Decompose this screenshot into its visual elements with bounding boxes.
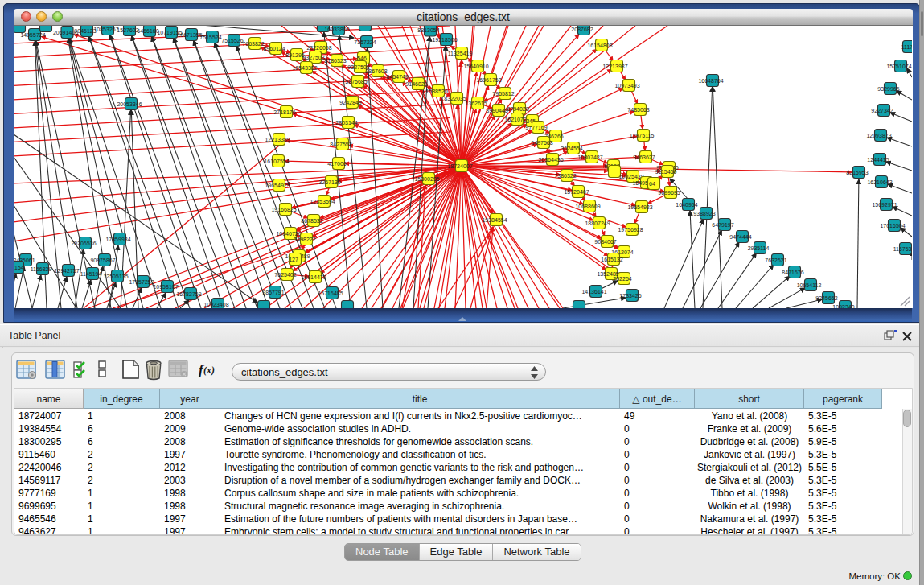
svg-text:10025438: 10025438 xyxy=(618,174,643,179)
svg-text:7625402: 7625402 xyxy=(274,272,296,278)
svg-text:18807249: 18807249 xyxy=(585,220,610,226)
svg-text:20053346: 20053346 xyxy=(117,101,142,107)
svg-text:16648764: 16648764 xyxy=(698,78,723,84)
svg-text:9146821: 9146821 xyxy=(405,81,427,87)
svg-text:6497568: 6497568 xyxy=(531,140,552,146)
svg-text:127: 127 xyxy=(289,257,298,262)
svg-text:8471676: 8471676 xyxy=(782,270,803,275)
svg-text:5875685: 5875685 xyxy=(345,79,367,84)
svg-text:17359934: 17359934 xyxy=(105,237,130,242)
svg-text:7515524: 7515524 xyxy=(199,35,221,40)
svg-text:7386322: 7386322 xyxy=(554,173,576,179)
svg-text:15640910: 15640910 xyxy=(463,64,488,69)
svg-text:16914479: 16914479 xyxy=(301,274,326,280)
svg-text:9245652: 9245652 xyxy=(815,295,837,301)
svg-text:9857791: 9857791 xyxy=(262,290,284,295)
svg-text:10958107: 10958107 xyxy=(153,284,178,290)
svg-text:12213389: 12213389 xyxy=(265,137,290,142)
svg-text:8990448: 8990448 xyxy=(486,108,507,113)
svg-text:2718176: 2718176 xyxy=(273,109,295,115)
svg-text:15300295: 15300295 xyxy=(414,176,439,182)
svg-text:15716485: 15716485 xyxy=(318,290,343,296)
svg-text:2803144: 2803144 xyxy=(335,120,357,126)
svg-text:19654925: 19654925 xyxy=(265,183,290,188)
svg-text:9463627: 9463627 xyxy=(633,154,655,160)
svg-text:10807487: 10807487 xyxy=(577,154,602,160)
svg-text:1167533: 1167533 xyxy=(893,246,912,252)
svg-text:9329966: 9329966 xyxy=(877,86,899,92)
svg-text:1145194: 1145194 xyxy=(80,271,102,277)
svg-text:9227342: 9227342 xyxy=(871,108,893,113)
svg-text:12942757: 12942757 xyxy=(54,268,79,274)
svg-text:3624554: 3624554 xyxy=(561,146,582,151)
svg-text:7485063: 7485063 xyxy=(627,107,649,113)
svg-text:16210643: 16210643 xyxy=(867,179,892,185)
svg-text:3267130: 3267130 xyxy=(318,179,340,185)
svg-text:1244415: 1244415 xyxy=(867,157,889,163)
svg-text:19218506: 19218506 xyxy=(432,37,457,43)
svg-text:20206536: 20206536 xyxy=(71,241,96,246)
svg-text:14136141: 14136141 xyxy=(581,289,606,295)
svg-text:16671355: 16671355 xyxy=(177,32,202,38)
svg-text:12093873: 12093873 xyxy=(866,133,891,138)
svg-text:8322035: 8322035 xyxy=(444,96,466,101)
svg-text:14055724: 14055724 xyxy=(20,32,45,38)
svg-text:8678532: 8678532 xyxy=(301,218,322,224)
svg-text:1640954: 1640954 xyxy=(676,202,697,208)
svg-text:7955812: 7955812 xyxy=(492,91,514,97)
svg-text:16782759: 16782759 xyxy=(176,291,201,297)
svg-text:12213987: 12213987 xyxy=(602,64,627,69)
svg-text:7357224: 7357224 xyxy=(354,39,376,45)
svg-text:15751074: 15751074 xyxy=(886,64,911,69)
svg-text:7632621: 7632621 xyxy=(765,257,786,263)
svg-text:1588520: 1588520 xyxy=(425,89,447,94)
svg-text:1156829: 1156829 xyxy=(31,266,52,272)
svg-text:7515526: 7515526 xyxy=(221,38,243,43)
svg-text:17957253: 17957253 xyxy=(129,279,154,285)
svg-text:1615132: 1615132 xyxy=(601,257,622,262)
svg-text:10853267: 10853267 xyxy=(93,27,118,32)
svg-text:9327503: 9327503 xyxy=(302,55,324,60)
svg-text:8215953: 8215953 xyxy=(846,170,868,175)
svg-text:17016504: 17016504 xyxy=(880,223,905,229)
svg-text:15720407: 15720407 xyxy=(564,189,589,195)
svg-text:15692971: 15692971 xyxy=(872,202,897,208)
svg-text:6794028: 6794028 xyxy=(507,106,528,112)
svg-text:2935114: 2935114 xyxy=(748,245,770,251)
svg-text:12505135: 12505135 xyxy=(103,274,128,279)
svg-text:16154808: 16154808 xyxy=(587,43,612,48)
svg-text:16107554: 16107554 xyxy=(264,159,289,164)
svg-text:12975115: 12975115 xyxy=(630,133,655,138)
svg-text:(x): (x) xyxy=(203,365,215,376)
svg-text:1733426: 1733426 xyxy=(619,293,641,299)
svg-text:9388923: 9388923 xyxy=(693,211,715,216)
svg-text:64: 64 xyxy=(649,181,655,187)
svg-text:10046726: 10046726 xyxy=(276,231,301,237)
svg-text:417006: 417006 xyxy=(327,161,346,167)
svg-text:90975867: 90975867 xyxy=(90,257,115,263)
svg-text:12353594: 12353594 xyxy=(310,199,335,204)
svg-text:8186323: 8186323 xyxy=(324,58,346,64)
svg-text:1117: 1117 xyxy=(901,44,912,50)
svg-text:1092340: 1092340 xyxy=(832,304,854,309)
svg-text:16033809: 16033809 xyxy=(324,27,349,32)
svg-text:891295: 891295 xyxy=(285,52,304,58)
svg-text:18724007: 18724007 xyxy=(447,163,472,169)
svg-text:9084067: 9084067 xyxy=(594,239,616,245)
svg-text:20364436: 20364436 xyxy=(538,157,563,163)
svg-text:9242848: 9242848 xyxy=(339,100,361,105)
svg-text:8427552: 8427552 xyxy=(330,142,351,147)
svg-text:7663822: 7663822 xyxy=(242,41,264,47)
svg-text:2087682: 2087682 xyxy=(571,27,593,32)
svg-text:19654923: 19654923 xyxy=(627,204,652,210)
svg-text:3498222: 3498222 xyxy=(294,237,315,242)
svg-text:1621072: 1621072 xyxy=(504,117,526,122)
svg-text:16543382: 16543382 xyxy=(292,65,317,71)
svg-text:10923408: 10923408 xyxy=(203,302,228,307)
svg-text:9699695: 9699695 xyxy=(658,190,680,196)
svg-text:19166825: 19166825 xyxy=(271,207,296,212)
svg-text:1362615: 1362615 xyxy=(465,101,487,106)
svg-text:6479197: 6479197 xyxy=(712,222,733,228)
svg-text:19384554: 19384554 xyxy=(482,217,507,223)
svg-text:8960124: 8960124 xyxy=(263,46,285,51)
